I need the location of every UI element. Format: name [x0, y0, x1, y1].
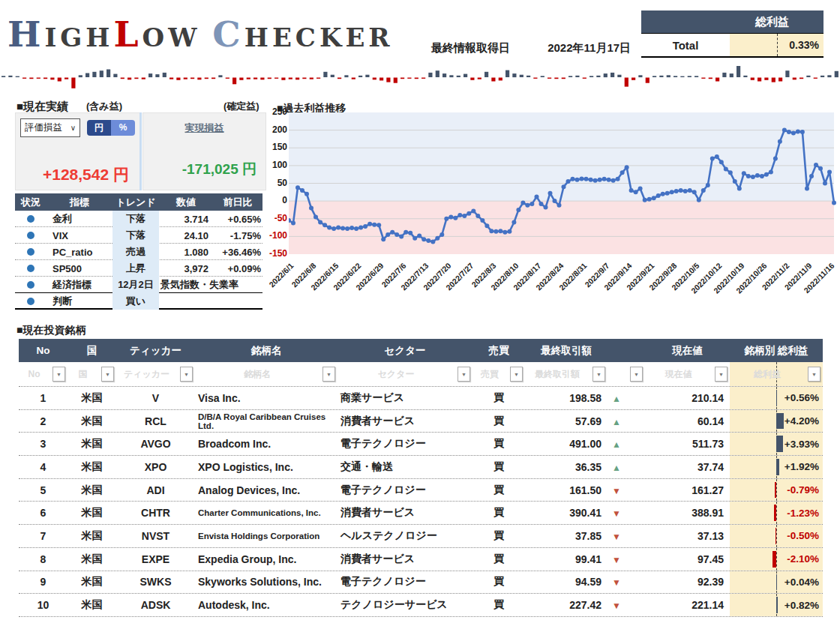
filter-dropdown-button[interactable]: ▼: [322, 367, 335, 382]
indicator-change: +0.09%: [213, 263, 262, 274]
filter-dropdown-button[interactable]: ▼: [630, 367, 643, 382]
sector-cell: 消費者サービス: [338, 506, 472, 520]
trend-triangle-cell: ▼: [608, 553, 645, 565]
sector-cell: 電子テクノロジー: [338, 484, 472, 497]
last-price-cell: 57.69: [525, 415, 608, 427]
triangle-up-icon: ▲: [608, 417, 621, 427]
filter-cell: 銘柄名▼: [195, 362, 338, 386]
current-price-cell: 97.45: [645, 553, 730, 565]
country-cell: 米国: [68, 529, 116, 543]
filter-dropdown-button[interactable]: ▼: [458, 367, 470, 382]
filter-dropdown-button[interactable]: ▼: [52, 367, 65, 382]
table-row: 4米国XPOXPO Logistics, Inc.交通・輸送買36.35▲37.…: [19, 456, 823, 479]
stock-name-cell: Skyworks Solutions, Inc.: [195, 576, 338, 588]
filter-dropdown-button[interactable]: ▼: [592, 367, 605, 382]
ticker-cell: NVST: [116, 530, 195, 542]
last-price-cell: 94.59: [525, 576, 608, 588]
triangle-up-icon: ▲: [608, 439, 621, 450]
indicator-header-row: 状況指標トレンド数値前日比: [15, 193, 262, 211]
row-number: 4: [19, 461, 68, 473]
indicator-row: VIX下落24.10-1.75%: [15, 227, 262, 244]
status-dot: [27, 248, 34, 256]
yen-toggle-button[interactable]: 円: [87, 120, 111, 136]
side-cell: 買: [472, 484, 525, 497]
status-cell: [15, 248, 46, 256]
profit-value: +4.20%: [784, 410, 819, 433]
positions-column-header: 銘柄別 総利益: [730, 344, 823, 358]
databar-axis: [776, 479, 777, 502]
country-cell: 米国: [68, 391, 116, 405]
table-row: 2米国RCLD/B/A Royal Caribbean Cruises Ltd.…: [19, 410, 823, 433]
filter-dropdown-button[interactable]: ▼: [808, 367, 820, 382]
row-number: 1: [19, 392, 68, 404]
status-dot: [27, 281, 34, 289]
dashboard: { "header": { "logo": { "parts": [ {"tex…: [0, 0, 840, 620]
ticker-cell: ADSK: [116, 599, 195, 611]
positions-section-title: ■現在投資銘柄: [16, 324, 86, 337]
profit-databar: [776, 459, 779, 475]
side-cell: 買: [472, 437, 525, 451]
side-cell: 買: [472, 391, 525, 405]
indicator-trend: 上昇: [112, 260, 159, 277]
percent-toggle-button[interactable]: %: [111, 120, 135, 136]
positions-filter-row: No▼国▼ティッカー▼銘柄名▼セクター▼売買▼最終取引額▼▼現在値▼総利益▼: [19, 362, 823, 387]
status-cell: [15, 215, 46, 223]
indicator-change: +0.65%: [213, 214, 262, 225]
y-axis-tick-label: 250: [266, 106, 287, 117]
filter-ghost-label: 総利益: [730, 362, 805, 386]
side-cell: 買: [472, 529, 525, 543]
positions-column-header: 最終取引額: [525, 344, 608, 358]
trend-triangle-cell: ▲: [608, 415, 645, 427]
y-axis-tick-label: 0: [266, 195, 287, 205]
row-number: 9: [19, 576, 68, 588]
triangle-down-icon: ▼: [608, 555, 621, 565]
filter-dropdown-button[interactable]: ▼: [101, 367, 114, 382]
realized-panel: 実現損益 -171,025 円: [142, 112, 266, 190]
filter-ghost-label: ティッカー: [116, 362, 177, 386]
profit-cell: -0.50%: [730, 525, 823, 547]
databar-axis: [777, 34, 778, 56]
realized-profit-link[interactable]: 実現損益: [148, 121, 261, 135]
filter-ghost-label: 現在値: [645, 362, 712, 386]
stock-name-cell: D/B/A Royal Caribbean Cruises Ltd.: [195, 412, 338, 430]
indicator-change: -1.75%: [213, 230, 262, 241]
profit-databar: [776, 413, 784, 430]
profit-value: +0.04%: [784, 571, 819, 594]
filter-ghost-label: 国: [68, 362, 98, 386]
profit-cell: +3.93%: [730, 433, 823, 455]
daily-change-sparkline: [0, 66, 840, 93]
indicator-column-header: トレンド: [112, 196, 159, 209]
filter-ghost-label: 売買: [472, 362, 507, 386]
profit-databar: [776, 436, 783, 452]
filter-dropdown-button[interactable]: ▼: [510, 367, 523, 382]
last-price-cell: 198.58: [525, 392, 608, 404]
trend-triangle-cell: ▼: [608, 507, 645, 519]
profit-value: -0.50%: [787, 525, 819, 547]
status-dot: [27, 215, 34, 223]
row-number: 7: [19, 530, 68, 542]
last-update-info: 最終情報取得日 2022年11月17日: [431, 41, 631, 55]
unrealized-profit-value: +128,542 円: [20, 164, 135, 185]
logo-letter: OW: [142, 22, 201, 52]
filter-cell: 現在値▼: [645, 362, 730, 386]
stock-name-cell: Analog Devices, Inc.: [195, 484, 338, 496]
country-cell: 米国: [68, 575, 116, 589]
row-number: 2: [19, 415, 68, 427]
triangle-down-icon: ▼: [608, 601, 621, 611]
filter-dropdown-button[interactable]: ▼: [715, 367, 728, 382]
table-row: 8米国EXPEExpedia Group, Inc.消費者サービス買99.41▼…: [19, 548, 823, 571]
last-update-label: 最終情報取得日: [431, 41, 510, 54]
triangle-down-icon: ▼: [608, 508, 621, 519]
filter-dropdown-button[interactable]: ▼: [180, 367, 193, 382]
total-label: Total: [641, 34, 730, 56]
positions-body: 1米国VVisa Inc.商業サービス買198.58▲210.14+0.56%2…: [19, 387, 823, 617]
filter-cell: 総利益▼: [730, 362, 823, 386]
indicator-column-header: 指標: [46, 196, 112, 209]
table-row: 9米国SWKSSkyworks Solutions, Inc.電子テクノロジー買…: [19, 571, 823, 595]
indicator-row: 経済指標12月2日景気指数・失業率: [15, 277, 262, 293]
indicator-value: 3.714: [159, 214, 213, 225]
sector-cell: 電子テクノロジー: [338, 575, 472, 589]
profit-type-dropdown[interactable]: 評価損益 ∨: [20, 118, 80, 137]
row-number: 8: [19, 553, 68, 565]
filter-cell: 国▼: [68, 362, 116, 386]
